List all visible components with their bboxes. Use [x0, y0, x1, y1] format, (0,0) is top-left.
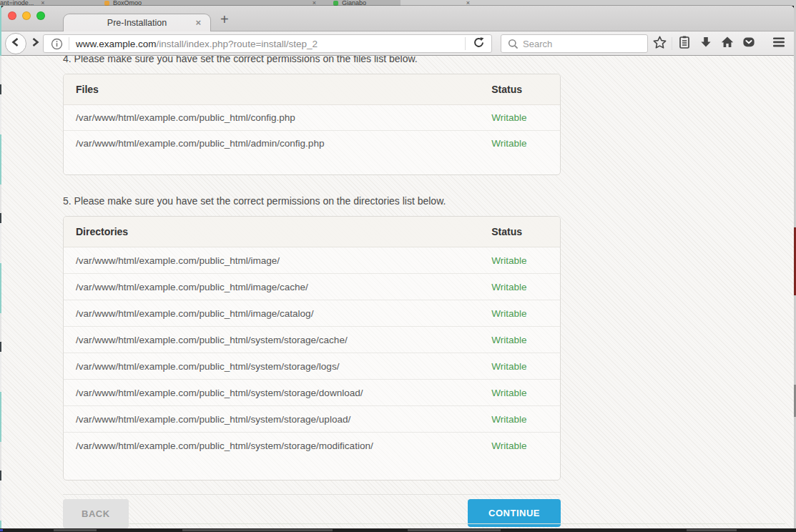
background-tab-title: Gianabo [342, 1, 366, 6]
directory-path: /var/www/html/example.com/public_html/sy… [76, 414, 491, 425]
firefox-window: Pre-Installation × + ww [1, 6, 794, 532]
page-content: 4. Please make sure you have set the cor… [1, 56, 794, 532]
status-writable: Writable [491, 112, 560, 123]
directories-panel: Directories Status /var/www/html/example… [63, 216, 561, 481]
status-writable: Writable [491, 138, 560, 149]
file-path: /var/www/html/example.com/public_html/ad… [76, 138, 491, 149]
background-tab: ant=inode... × [0, 0, 94, 6]
pocket-icon [742, 35, 756, 52]
files-panel: Files Status /var/www/html/example.com/p… [63, 74, 561, 175]
table-row: /var/www/html/example.com/public_html/sy… [64, 432, 560, 458]
close-window-button[interactable] [8, 11, 16, 20]
directory-path: /var/www/html/example.com/public_html/sy… [76, 335, 491, 345]
status-writable: Writable [491, 282, 560, 292]
bookmarks-list-icon [677, 35, 692, 52]
background-window-left-sliver [0, 6, 1, 532]
status-writable: Writable [491, 308, 560, 319]
table-row: /var/www/html/example.com/public_html/sy… [64, 379, 560, 405]
table-row: /var/www/html/example.com/public_html/sy… [64, 405, 560, 432]
back-icon [10, 36, 21, 51]
directory-path: /var/www/html/example.com/public_html/sy… [76, 361, 491, 372]
status-writable: Writable [491, 440, 560, 451]
directory-path: /var/www/html/example.com/public_html/im… [76, 308, 491, 319]
directories-header-label: Directories [76, 226, 491, 237]
tab-pre-installation[interactable]: Pre-Installation × [63, 14, 211, 31]
back-button[interactable] [5, 33, 26, 54]
forward-icon [29, 36, 41, 51]
status-header-label: Status [491, 84, 560, 95]
background-window-bottom-sliver [0, 528, 796, 532]
table-row: /var/www/html/example.com/public_html/im… [64, 247, 560, 273]
downloads-icon [699, 35, 713, 52]
tab-title: Pre-Installation [107, 18, 167, 28]
bookmarks-menu-button[interactable] [674, 34, 695, 54]
table-row: /var/www/html/example.com/public_html/co… [64, 105, 560, 130]
footer-divider [86, 523, 785, 524]
status-header-label: Status [491, 226, 560, 237]
menu-button[interactable] [768, 34, 790, 54]
home-icon [720, 35, 734, 52]
toolbar-buttons [649, 34, 790, 54]
menu-icon [772, 36, 786, 51]
url-text: www.example.com/install/index.php?route=… [69, 39, 465, 49]
bookmark-star-icon [652, 35, 667, 53]
close-icon: × [41, 1, 44, 6]
info-icon[interactable] [51, 38, 63, 50]
url-bar[interactable]: www.example.com/install/index.php?route=… [43, 34, 492, 53]
forward-button[interactable] [27, 36, 43, 51]
window-controls [8, 11, 45, 20]
table-row: /var/www/html/example.com/public_html/im… [64, 273, 560, 300]
close-icon: × [313, 1, 316, 6]
zoom-window-button[interactable] [36, 11, 45, 20]
bookmark-star-button[interactable] [649, 34, 670, 54]
table-row: /var/www/html/example.com/public_html/ad… [64, 130, 560, 156]
table-row: /var/www/html/example.com/public_html/im… [64, 300, 560, 326]
url-path: /install/index.php?route=install/step_2 [157, 39, 318, 49]
directories-table-header: Directories Status [64, 217, 560, 247]
status-writable: Writable [491, 414, 560, 425]
background-tab: Gianabo × [323, 0, 477, 6]
background-window-top-strip: ant=inode... × BoxOmoo × Gianabo × [0, 0, 796, 6]
search-bar[interactable] [501, 34, 648, 53]
directory-path: /var/www/html/example.com/public_html/sy… [76, 440, 491, 451]
step5-instruction: 5. Please make sure you have set the cor… [63, 194, 561, 208]
background-tab-title: BoxOmoo [113, 1, 142, 6]
step4-instruction: 4. Please make sure you have set the cor… [63, 56, 561, 66]
close-icon: × [466, 1, 470, 6]
directory-path: /var/www/html/example.com/public_html/im… [76, 282, 491, 292]
files-header-label: Files [76, 84, 491, 95]
tab-close-icon[interactable]: × [195, 17, 201, 28]
home-button[interactable] [717, 34, 738, 54]
pocket-button[interactable] [738, 34, 760, 54]
table-row: /var/www/html/example.com/public_html/sy… [64, 353, 560, 379]
divider [672, 37, 672, 50]
background-tab: BoxOmoo × [94, 0, 323, 6]
tab-strip: Pre-Installation × + [1, 6, 794, 31]
search-icon [508, 39, 519, 49]
background-tab-title: ant=inode... [0, 1, 34, 6]
downloads-button[interactable] [695, 34, 717, 54]
status-writable: Writable [491, 335, 560, 345]
directory-path: /var/www/html/example.com/public_html/sy… [76, 388, 491, 398]
directory-path: /var/www/html/example.com/public_html/im… [76, 255, 491, 266]
status-writable: Writable [491, 255, 560, 266]
status-writable: Writable [491, 361, 560, 372]
screenshot-root: ant=inode... × BoxOmoo × Gianabo × Pre-I… [0, 0, 796, 532]
favicon-icon [104, 1, 109, 6]
minimize-window-button[interactable] [22, 11, 31, 20]
reload-button[interactable] [466, 36, 491, 51]
status-writable: Writable [491, 388, 560, 398]
favicon-icon [333, 1, 338, 6]
new-tab-button[interactable]: + [220, 11, 229, 28]
file-path: /var/www/html/example.com/public_html/co… [76, 112, 491, 123]
table-row: /var/www/html/example.com/public_html/sy… [64, 326, 560, 353]
reload-icon [473, 36, 485, 51]
search-input[interactable] [523, 39, 647, 49]
navigation-toolbar: www.example.com/install/index.php?route=… [1, 31, 794, 56]
files-table-header: Files Status [64, 74, 560, 105]
url-host: www.example.com [76, 39, 157, 49]
